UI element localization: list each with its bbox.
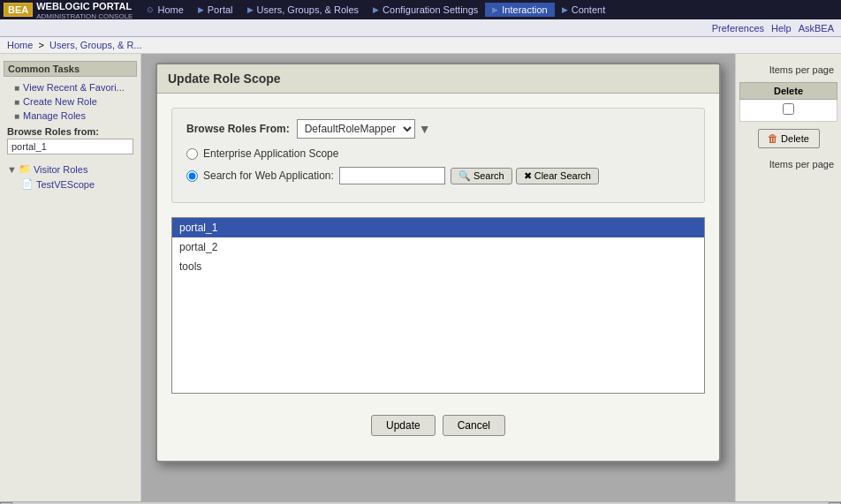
update-role-scope-modal: Update Role Scope Browse Roles From: Def… [155, 63, 721, 463]
browse-roles-value: portal_1 [7, 139, 133, 154]
bea-logo: BEA [4, 3, 33, 17]
results-list[interactable]: portal_1 portal_2 tools [171, 217, 705, 394]
second-bar: Preferences Help AskBEA [0, 19, 841, 37]
help-link[interactable]: Help [771, 23, 792, 34]
update-button[interactable]: Update [371, 415, 436, 436]
app-title: WEBLOGIC PORTAL [36, 1, 132, 11]
tree-testve-scope[interactable]: TestVEScope [36, 179, 95, 190]
sidebar-item-manage-roles[interactable]: ■ Manage Roles [4, 109, 137, 123]
breadcrumb-home[interactable]: Home [7, 40, 33, 50]
results-item-tools[interactable]: tools [172, 257, 704, 276]
webapp-scope-radio[interactable] [186, 170, 198, 182]
expand-icon[interactable]: ▼ [7, 164, 17, 175]
nav-content[interactable]: ▶Content [555, 3, 613, 17]
delete-checkbox[interactable] [783, 103, 794, 115]
browse-roles-label: Browse Roles from: [4, 123, 137, 139]
askbea-link[interactable]: AskBEA [799, 23, 834, 34]
sidebar: Common Tasks ■ View Recent & Favori... ■… [0, 54, 141, 501]
top-navigation: BEA WEBLOGIC PORTAL ADMINISTRATION CONSO… [0, 0, 841, 19]
delete-button-cell: 🗑 Delete [739, 122, 837, 155]
webapp-scope-option: Search for Web Application: 🔍 Search ✖ C… [186, 167, 690, 184]
clear-search-button[interactable]: ✖ Clear Search [516, 168, 599, 184]
browse-roles-select[interactable]: DefaultRoleMapper [297, 119, 415, 139]
enterprise-scope-option: Enterprise Application Scope [186, 147, 690, 160]
modal-body: Browse Roles From: DefaultRoleMapper ▼ E… [157, 94, 719, 461]
bullet-icon: ■ [14, 97, 19, 107]
browse-roles-from-row: Browse Roles From: DefaultRoleMapper ▼ [186, 119, 690, 139]
search-button[interactable]: 🔍 Search [451, 168, 512, 184]
breadcrumb-users[interactable]: Users, Groups, & R... [49, 40, 142, 50]
results-item-portal1[interactable]: portal_1 [172, 218, 704, 237]
logo: BEA WEBLOGIC PORTAL ADMINISTRATION CONSO… [4, 0, 133, 20]
sidebar-item-create-role[interactable]: ■ Create New Role [4, 94, 137, 109]
nav-interaction[interactable]: ▶Interaction [485, 3, 554, 17]
tree-root: ▼ 📁 Visitor Roles [4, 162, 137, 177]
bullet-icon: ■ [14, 111, 19, 121]
preferences-link[interactable]: Preferences [712, 23, 764, 34]
folder-icon: 📁 [19, 163, 31, 175]
nav-home[interactable]: ⊙Home [140, 3, 190, 17]
enterprise-scope-radio[interactable] [186, 148, 198, 160]
trash-icon: 🗑 [768, 132, 778, 145]
main-layout: Common Tasks ■ View Recent & Favori... ■… [0, 54, 841, 501]
right-panel: Items per page Delete 🗑 Delete Items per… [735, 54, 841, 501]
doc-icon: 📄 [21, 178, 34, 190]
items-per-page-bottom: Items per page [739, 155, 837, 173]
items-per-page-top: Items per page [739, 61, 837, 79]
delete-button[interactable]: 🗑 Delete [758, 129, 820, 148]
app-subtitle: ADMINISTRATION CONSOLE [36, 12, 133, 20]
content-area: Update Role Scope Browse Roles From: Def… [141, 54, 735, 501]
modal-footer: Update Cancel [171, 408, 705, 447]
results-item-portal2[interactable]: portal_2 [172, 237, 704, 257]
common-tasks-header: Common Tasks [4, 61, 137, 77]
nav-configuration-settings[interactable]: ▶Configuration Settings [366, 3, 485, 17]
breadcrumb: Home > Users, Groups, & R... [0, 37, 841, 54]
nav-items: ⊙Home ▶Portal ▶Users, Groups, & Roles ▶C… [140, 3, 837, 17]
search-icon: 🔍 [458, 170, 471, 182]
sidebar-item-view-recent[interactable]: ■ View Recent & Favori... [4, 80, 137, 94]
browse-roles-section: Browse Roles From: DefaultRoleMapper ▼ E… [171, 108, 705, 203]
delete-column-header: Delete [739, 82, 837, 100]
modal-title: Update Role Scope [157, 64, 719, 94]
bullet-icon: ■ [14, 83, 19, 93]
dropdown-arrow-icon: ▼ [419, 122, 431, 136]
enterprise-scope-label: Enterprise Application Scope [203, 147, 338, 160]
cancel-button[interactable]: Cancel [443, 415, 505, 436]
nav-portal[interactable]: ▶Portal [191, 3, 240, 17]
nav-users-groups-roles[interactable]: ▶Users, Groups, & Roles [240, 3, 367, 17]
app-title-block: WEBLOGIC PORTAL ADMINISTRATION CONSOLE [36, 0, 133, 20]
delete-checkbox-cell [739, 100, 837, 122]
clear-icon: ✖ [524, 170, 532, 182]
webapp-scope-label: Search for Web Application: [203, 169, 334, 182]
modal-overlay: Update Role Scope Browse Roles From: Def… [141, 54, 735, 501]
browse-roles-from-label: Browse Roles From: [186, 123, 290, 135]
search-input[interactable] [339, 167, 445, 184]
tree-sub-item: 📄 TestVEScope [4, 177, 137, 192]
tree-visitor-roles[interactable]: Visitor Roles [34, 164, 88, 175]
